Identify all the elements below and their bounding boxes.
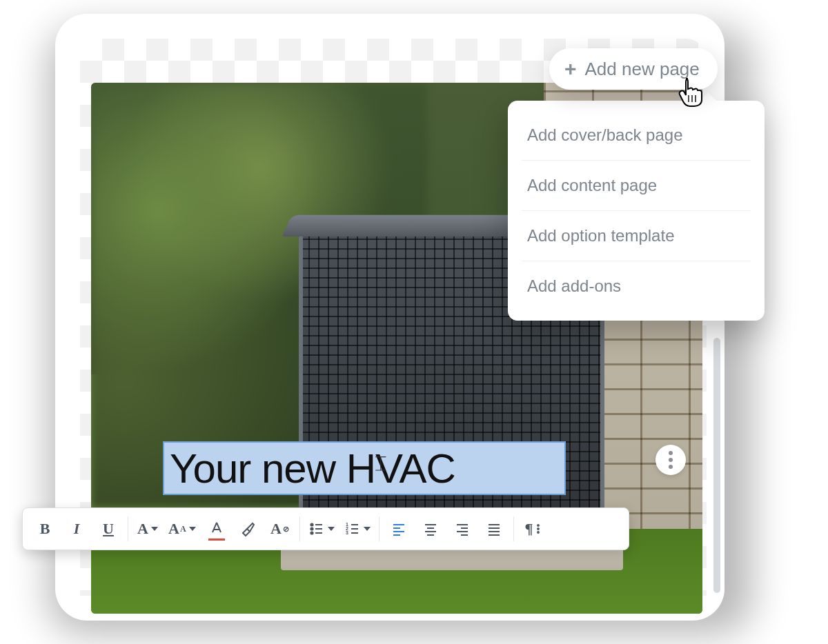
svg-text:3: 3: [346, 530, 348, 535]
highlight-button[interactable]: [233, 513, 264, 545]
svg-point-8: [537, 532, 538, 533]
bold-button[interactable]: B: [30, 513, 60, 545]
svg-point-7: [537, 528, 538, 530]
clear-format-button[interactable]: A⊘: [265, 513, 295, 545]
plus-icon: +: [564, 59, 577, 79]
dropdown-item-add-ons[interactable]: Add add-ons: [508, 261, 765, 311]
add-new-page-button[interactable]: + Add new page: [549, 48, 718, 90]
dropdown-item-content-page[interactable]: Add content page: [508, 161, 765, 210]
align-center-button[interactable]: [415, 513, 446, 545]
toolbar-separator: [379, 516, 379, 541]
svg-point-6: [537, 525, 538, 526]
toolbar-separator: [299, 516, 300, 541]
svg-point-0: [310, 523, 313, 525]
add-new-page-label: Add new page: [585, 59, 700, 80]
svg-point-1: [310, 527, 313, 530]
add-page-dropdown: Add cover/back page Add content page Add…: [508, 101, 765, 321]
text-color-button[interactable]: [201, 513, 232, 545]
font-size-button[interactable]: AA: [164, 513, 200, 545]
dropdown-item-option-template[interactable]: Add option template: [508, 211, 765, 261]
align-left-button[interactable]: [384, 513, 414, 545]
scrollbar-thumb[interactable]: [713, 338, 720, 593]
paragraph-options-button[interactable]: ¶: [518, 513, 549, 545]
toolbar-separator: [513, 516, 514, 541]
svg-point-2: [310, 532, 313, 534]
toolbar-separator: [128, 516, 128, 541]
italic-button[interactable]: I: [61, 513, 92, 545]
dropdown-item-cover-back[interactable]: Add cover/back page: [508, 110, 765, 160]
font-family-button[interactable]: A: [132, 513, 163, 545]
text-format-toolbar: B I U A AA A⊘ 123 ¶: [22, 507, 629, 550]
image-more-button[interactable]: [656, 445, 686, 475]
align-right-button[interactable]: [447, 513, 477, 545]
numbered-list-button[interactable]: 123: [340, 513, 375, 545]
bullet-list-button[interactable]: [304, 513, 339, 545]
underline-button[interactable]: U: [93, 513, 124, 545]
align-justify-button[interactable]: [479, 513, 509, 545]
title-text-value: Your new HVAC: [170, 445, 455, 492]
title-text-field[interactable]: Your new HVAC ⌶: [163, 441, 566, 495]
